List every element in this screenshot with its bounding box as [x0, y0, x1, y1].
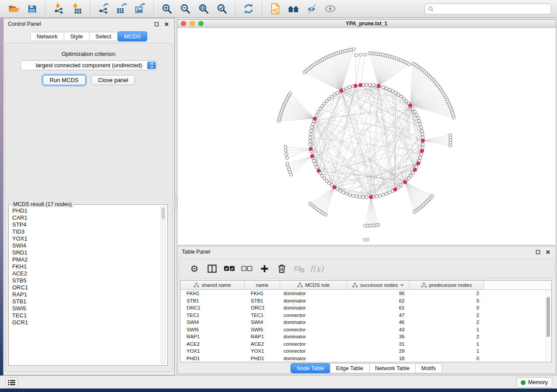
- memory-button[interactable]: Memory: [516, 377, 552, 388]
- split-view-button[interactable]: [204, 261, 220, 276]
- column-header-predecessor-nodes[interactable]: predecessor nodes: [409, 281, 484, 289]
- horizontal-splitter-handle[interactable]: [363, 238, 370, 241]
- export-image-button[interactable]: [133, 2, 147, 16]
- mcds-result-item[interactable]: ACE2: [10, 270, 159, 277]
- criterion-selected-value: largest connected component (undirected): [36, 62, 142, 69]
- mcds-result-item[interactable]: STP4: [10, 221, 159, 228]
- refresh-layout-button[interactable]: [242, 2, 256, 16]
- table-toolbar: ⚙f(x): [179, 258, 554, 279]
- import-table-button[interactable]: [70, 2, 84, 16]
- float-panel-icon[interactable]: [153, 21, 160, 28]
- table-cell: 31: [347, 340, 409, 348]
- mcds-result-item[interactable]: TEC1: [10, 312, 159, 319]
- mcds-result-item[interactable]: STB5: [10, 277, 159, 284]
- table-row[interactable]: YOX1YOX1connector291: [180, 347, 551, 355]
- table-body: FKH1FKH1dominator962STB1STB1dominator620…: [180, 290, 551, 362]
- delete-column-button[interactable]: [274, 261, 290, 276]
- mcds-result-list[interactable]: PHD1CAR1STP4TID3YOX1SWI4SRD1PMA2FKH1ACE2…: [10, 207, 159, 364]
- mcds-result-item[interactable]: STB1: [10, 298, 159, 305]
- close-panel-button[interactable]: Close panel: [91, 75, 135, 85]
- table-cell: 47: [347, 312, 409, 319]
- export-network-button[interactable]: [97, 2, 111, 16]
- open-file-button[interactable]: [7, 2, 21, 16]
- table-row[interactable]: SWI4SWI4dominator462: [180, 319, 551, 326]
- attribute-icon: [421, 282, 427, 288]
- table-cell: TEC1: [245, 312, 280, 319]
- save-session-button[interactable]: [25, 2, 39, 16]
- settings-button[interactable]: ⚙: [187, 261, 202, 276]
- mcds-result-item[interactable]: CAR1: [10, 214, 159, 221]
- table-row[interactable]: PHD1PHD1dominator180: [180, 355, 551, 362]
- add-column-button[interactable]: [256, 261, 272, 276]
- zoom-in-button[interactable]: [160, 2, 174, 16]
- mcds-result-item[interactable]: PHD1: [10, 207, 159, 214]
- home-pair-button[interactable]: [287, 2, 301, 16]
- table-row[interactable]: SWI5SWI5connector431: [180, 326, 551, 334]
- tab-network[interactable]: Network: [30, 32, 64, 41]
- tab-style[interactable]: Style: [64, 32, 90, 41]
- mcds-result-item[interactable]: TID3: [10, 228, 159, 235]
- table-row[interactable]: FKH1FKH1dominator962: [180, 290, 551, 297]
- close-panel-icon[interactable]: [544, 248, 551, 255]
- mcds-result-item[interactable]: PMA2: [10, 256, 159, 263]
- network-canvas[interactable]: [177, 28, 556, 244]
- mcds-list-scrollbar[interactable]: [161, 206, 166, 364]
- table-scrollbar[interactable]: [545, 290, 550, 361]
- function-icon: f(x): [310, 264, 324, 273]
- table-row[interactable]: STB1STB1dominator620: [180, 297, 551, 305]
- mcds-result-item[interactable]: RAP1: [10, 291, 159, 298]
- select-all-button[interactable]: [221, 261, 237, 276]
- close-panel-icon[interactable]: [163, 21, 170, 28]
- mcds-result-item[interactable]: SWI5: [10, 305, 159, 312]
- float-panel-icon[interactable]: [534, 248, 541, 255]
- table-row[interactable]: TEC1TEC1connector472: [180, 312, 551, 319]
- table-cell: ORC1: [180, 304, 245, 312]
- mcds-result-item[interactable]: YOX1: [10, 235, 159, 242]
- mcds-result-item[interactable]: ORC1: [10, 284, 159, 291]
- panel-menu-button[interactable]: [5, 378, 18, 388]
- mcds-result-item[interactable]: SWI4: [10, 242, 159, 249]
- column-header-successor-nodes[interactable]: successor nodes: [347, 281, 409, 289]
- hide-glasses-button[interactable]: [305, 2, 319, 16]
- function-button[interactable]: f(x): [309, 261, 325, 276]
- table-row[interactable]: RAP1RAP1dominator352: [180, 333, 551, 340]
- table-row[interactable]: ORC1ORC1dominator610: [180, 304, 551, 312]
- tab-mcds[interactable]: MCDS: [118, 31, 147, 41]
- mcds-result-item[interactable]: GCR1: [10, 319, 159, 326]
- table-cell: 46: [347, 319, 409, 326]
- table-cell: 1: [409, 340, 484, 348]
- tab-network-table[interactable]: Network Table: [369, 363, 416, 373]
- mcds-result-item[interactable]: SRD1: [10, 249, 159, 256]
- tab-motifs[interactable]: Motifs: [415, 363, 442, 373]
- table-cell: dominator: [280, 319, 347, 326]
- zoom-selected-button[interactable]: [215, 2, 229, 16]
- column-header-shared-name[interactable]: shared name: [180, 281, 245, 289]
- tab-edge-table[interactable]: Edge Table: [330, 363, 369, 373]
- criterion-select[interactable]: largest connected component (undirected): [21, 60, 157, 70]
- destroy-table-button[interactable]: [291, 261, 307, 276]
- show-eye-button[interactable]: [323, 2, 337, 16]
- zoom-out-button[interactable]: [178, 2, 192, 16]
- vertical-splitter-handle[interactable]: [174, 196, 178, 210]
- run-mcds-button[interactable]: Run MCDS: [43, 75, 86, 85]
- table-cell: dominator: [280, 355, 347, 362]
- mcds-result-item[interactable]: FKH1: [10, 263, 159, 270]
- control-panel-titlebar: Control Panel: [3, 18, 174, 30]
- share-document-button[interactable]: [268, 2, 282, 16]
- table-cell: connector: [280, 340, 347, 348]
- tab-node-table[interactable]: Node Table: [291, 363, 330, 373]
- table-cell: YOX1: [180, 347, 245, 355]
- column-header-name[interactable]: name: [245, 281, 280, 289]
- list-icon: [8, 380, 15, 385]
- mcds-result-title: MCDS result (17 nodes): [11, 201, 73, 207]
- deselect-all-button[interactable]: [239, 261, 255, 276]
- import-network-button[interactable]: [52, 2, 66, 16]
- table-row[interactable]: ACE2ACE2connector311: [180, 340, 551, 348]
- export-table-icon: [116, 3, 128, 14]
- column-header-MCDS-role[interactable]: MCDS role: [280, 281, 347, 289]
- tab-select[interactable]: Select: [89, 32, 118, 41]
- zoom-fit-button[interactable]: [197, 2, 211, 16]
- export-table-button[interactable]: [115, 2, 129, 16]
- search-input[interactable]: [436, 5, 551, 14]
- toolbar-separator: [153, 3, 154, 15]
